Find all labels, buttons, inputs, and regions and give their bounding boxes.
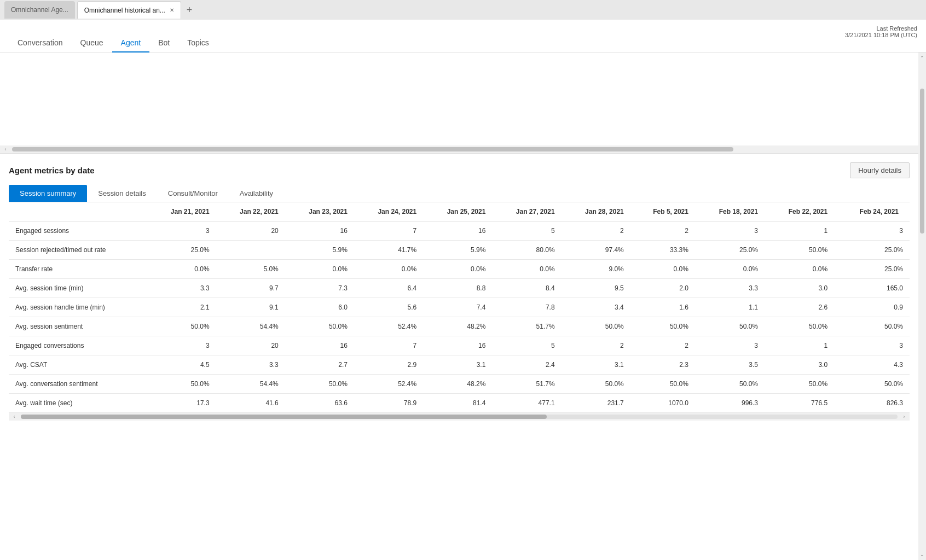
scroll-down-arrow[interactable]: ⌄ [918,549,926,560]
table-row: Avg. session time (min)3.39.77.36.48.88.… [9,279,910,298]
cell-value: 3 [147,221,216,241]
v-scroll-track [920,65,924,548]
cell-value: 0.0% [423,260,492,279]
col-header-feb5: Feb 5, 2021 [630,202,695,221]
tab-inactive[interactable]: Omnichannel Age... [4,1,75,19]
add-tab-button[interactable]: + [183,4,196,16]
section-header: Agent metrics by date Hourly details [9,162,910,178]
cell-value: 50.0% [285,375,354,394]
cell-value: 0.0% [354,260,423,279]
cell-value [216,241,285,260]
horizontal-scrollbar-top: ‹ › [0,145,926,153]
table-row: Avg. session sentiment50.0%54.4%50.0%52.… [9,317,910,336]
cell-value: 3.1 [562,355,630,375]
cell-value: 4.5 [147,355,216,375]
cell-value: 9.7 [216,279,285,298]
cell-value: 3.5 [695,355,765,375]
tab-session-summary[interactable]: Session summary [9,185,87,202]
cell-value: 81.4 [423,394,492,413]
cell-value: 996.3 [695,394,765,413]
cell-value: 3.0 [765,279,834,298]
cell-value: 41.6 [216,394,285,413]
cell-value: 6.4 [354,279,423,298]
cell-value: 3.4 [562,298,630,317]
top-nav: Conversation Queue Agent Bot Topics Last… [0,20,926,52]
col-header-jan24: Jan 24, 2021 [354,202,423,221]
nav-item-queue[interactable]: Queue [72,34,112,52]
cell-value: 48.2% [423,375,492,394]
sub-tabs: Session summary Session details Consult/… [9,185,910,202]
col-header-feb24: Feb 24, 2021 [834,202,910,221]
cell-value: 51.7% [492,317,561,336]
cell-value: 0.0% [492,260,561,279]
scroll-left-arrow-bottom[interactable]: ‹ [9,413,20,421]
cell-value: 16 [285,336,354,355]
scroll-right-arrow-bottom[interactable]: › [899,413,910,421]
cell-value: 2.6 [765,298,834,317]
cell-value: 3 [695,336,765,355]
table-row: Avg. wait time (sec)17.341.663.678.981.4… [9,394,910,413]
cell-value: 78.9 [354,394,423,413]
tab-consult-monitor[interactable]: Consult/Monitor [157,185,229,202]
table-row: Session rejected/timed out rate25.0%5.9%… [9,241,910,260]
cell-value: 8.8 [423,279,492,298]
tab-availability[interactable]: Availability [229,185,284,202]
cell-value: 7 [354,221,423,241]
cell-value: 5.6 [354,298,423,317]
cell-metric: Engaged conversations [9,336,147,355]
tab-active-label: Omnichannel historical an... [84,7,165,14]
scroll-thumb-bottom[interactable] [21,415,547,419]
cell-value: 1.1 [695,298,765,317]
cell-value: 52.4% [354,317,423,336]
cell-value: 7.4 [423,298,492,317]
nav-item-agent[interactable]: Agent [112,34,150,52]
cell-value: 25.0% [147,241,216,260]
vertical-scrollbar: ⌃ ⌄ [918,52,926,560]
table-row: Avg. CSAT4.53.32.72.93.12.43.12.33.53.04… [9,355,910,375]
cell-value: 52.4% [354,375,423,394]
tab-active[interactable]: Omnichannel historical an... ✕ [77,1,181,19]
scroll-thumb[interactable] [12,147,733,151]
cell-value: 5.0% [216,260,285,279]
cell-value: 50.0% [562,317,630,336]
col-header-jan22: Jan 22, 2021 [216,202,285,221]
nav-item-bot[interactable]: Bot [149,34,178,52]
cell-value: 2 [630,336,695,355]
cell-value: 4.3 [834,355,910,375]
v-scroll-thumb[interactable] [920,89,924,234]
cell-value: 7 [354,336,423,355]
cell-value: 2.3 [630,355,695,375]
scroll-up-arrow[interactable]: ⌃ [918,52,926,63]
chart-area: ‹ › [0,52,926,154]
cell-value: 51.7% [492,375,561,394]
last-refreshed-value: 3/21/2021 10:18 PM (UTC) [845,32,917,38]
app-container: Conversation Queue Agent Bot Topics Last… [0,20,926,560]
cell-metric: Avg. session handle time (min) [9,298,147,317]
cell-value: 477.1 [492,394,561,413]
cell-value: 3.3 [216,355,285,375]
nav-item-topics[interactable]: Topics [178,34,218,52]
cell-metric: Avg. conversation sentiment [9,375,147,394]
cell-value: 3 [834,336,910,355]
cell-value: 826.3 [834,394,910,413]
cell-value: 5 [492,221,561,241]
scroll-thumb-track [12,147,914,151]
data-table-container[interactable]: Jan 21, 2021 Jan 22, 2021 Jan 23, 2021 J… [9,202,910,413]
cell-metric: Engaged sessions [9,221,147,241]
cell-value: 9.1 [216,298,285,317]
cell-value: 165.0 [834,279,910,298]
cell-metric: Transfer rate [9,260,147,279]
cell-value: 0.9 [834,298,910,317]
tab-session-details[interactable]: Session details [87,185,157,202]
cell-value: 16 [423,221,492,241]
cell-value: 50.0% [834,375,910,394]
main-content: Agent metrics by date Hourly details Ses… [0,154,918,421]
col-header-jan21: Jan 21, 2021 [147,202,216,221]
cell-value: 25.0% [834,260,910,279]
last-refreshed-label: Last Refreshed [845,25,917,32]
close-icon[interactable]: ✕ [170,7,174,13]
hourly-details-button[interactable]: Hourly details [850,162,910,178]
nav-item-conversation[interactable]: Conversation [9,34,72,52]
scroll-left-arrow[interactable]: ‹ [0,145,11,153]
cell-value: 3 [695,221,765,241]
